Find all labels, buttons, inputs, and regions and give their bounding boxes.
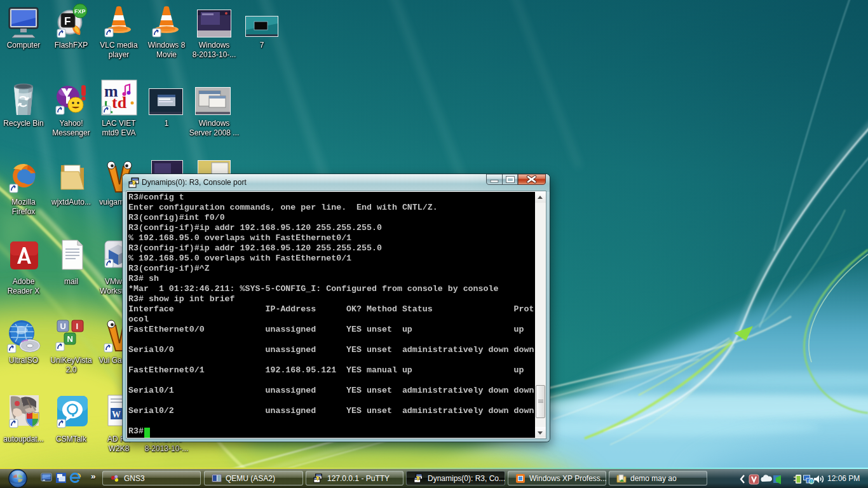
svg-text:N: N	[67, 334, 73, 344]
svg-text:td: td	[112, 93, 127, 112]
svg-text:U: U	[60, 322, 66, 331]
svg-text:I: I	[76, 322, 79, 331]
svg-text:W: W	[112, 410, 121, 419]
svg-text:FXP: FXP	[74, 8, 86, 15]
svg-text:F: F	[64, 15, 71, 27]
